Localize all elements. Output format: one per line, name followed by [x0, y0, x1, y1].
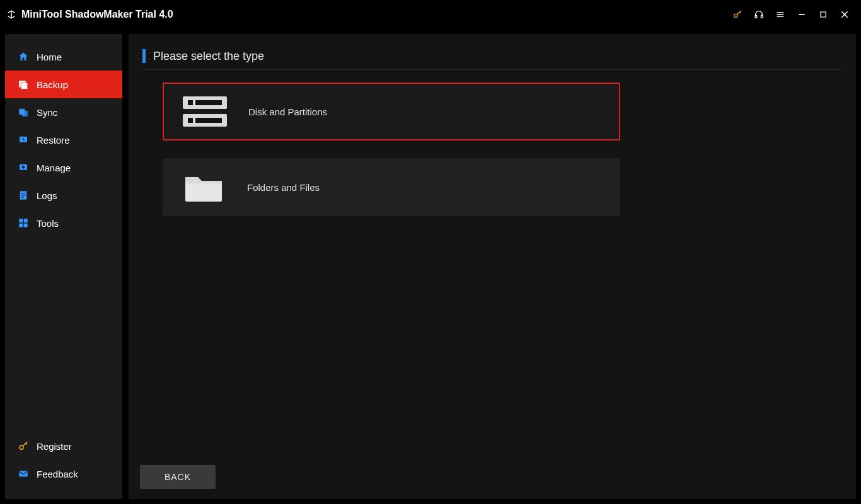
svg-rect-7 — [22, 111, 28, 117]
titlebar-right — [732, 9, 855, 20]
titlebar-left: MiniTool ShadowMaker Trial 4.0 — [6, 9, 173, 20]
sidebar-bottom: Register Feedback — [5, 432, 122, 499]
home-icon — [18, 51, 29, 62]
svg-rect-3 — [821, 12, 826, 17]
sidebar-item-logs[interactable]: Logs — [5, 181, 122, 209]
svg-rect-1 — [755, 15, 757, 18]
folder-icon — [182, 169, 226, 205]
key-icon[interactable] — [732, 9, 743, 20]
page-title: Please select the type — [153, 50, 264, 63]
sidebar-item-feedback[interactable]: Feedback — [5, 460, 122, 488]
svg-rect-5 — [21, 83, 28, 89]
svg-rect-24 — [185, 183, 222, 202]
svg-rect-23 — [195, 118, 222, 123]
backup-icon — [18, 79, 29, 90]
close-icon[interactable] — [840, 9, 850, 20]
sidebar-item-label: Backup — [37, 79, 68, 90]
page-header: Please select the type — [142, 49, 842, 70]
sidebar-item-tools[interactable]: Tools — [5, 209, 122, 237]
option-label: Folders and Files — [247, 182, 320, 193]
sidebar-item-label: Restore — [37, 135, 70, 146]
footer-actions: BACK — [140, 465, 216, 489]
mail-icon — [18, 468, 29, 479]
svg-rect-15 — [24, 224, 28, 227]
sidebar-item-manage[interactable]: Manage — [5, 154, 122, 181]
svg-point-0 — [734, 14, 737, 17]
sidebar-item-register[interactable]: Register — [5, 432, 122, 460]
minimize-icon[interactable] — [797, 9, 807, 20]
sidebar-item-label: Logs — [37, 190, 57, 201]
app-title: MiniTool ShadowMaker Trial 4.0 — [21, 9, 173, 20]
sidebar-item-label: Home — [37, 52, 62, 62]
headset-icon[interactable] — [754, 9, 764, 20]
svg-rect-22 — [188, 118, 193, 123]
register-key-icon — [18, 440, 29, 452]
option-folders-files[interactable]: Folders and Files — [163, 158, 620, 216]
svg-point-10 — [22, 166, 25, 169]
manage-icon — [18, 162, 29, 173]
restore-icon — [18, 134, 29, 146]
sidebar-item-sync[interactable]: Sync — [5, 98, 122, 126]
sidebar-item-home[interactable]: Home — [5, 43, 122, 71]
back-button[interactable]: BACK — [140, 465, 216, 489]
titlebar: MiniTool ShadowMaker Trial 4.0 — [0, 0, 861, 29]
content-area: Please select the type Disk and Partitio… — [129, 34, 856, 499]
sidebar-item-label: Feedback — [37, 469, 78, 479]
menu-icon[interactable] — [775, 9, 785, 20]
svg-rect-20 — [195, 100, 222, 105]
sidebar-item-restore[interactable]: Restore — [5, 126, 122, 154]
svg-rect-13 — [24, 219, 28, 222]
app-logo-icon — [6, 9, 16, 20]
app-body: Home Backup Sync Restore — [0, 29, 861, 504]
sync-icon — [18, 106, 29, 118]
svg-rect-2 — [761, 15, 763, 18]
header-accent-bar — [142, 49, 146, 63]
logs-icon — [18, 190, 29, 201]
sidebar: Home Backup Sync Restore — [5, 34, 122, 499]
tools-icon — [18, 217, 29, 229]
sidebar-nav: Home Backup Sync Restore — [5, 43, 122, 432]
svg-rect-12 — [19, 219, 23, 222]
svg-rect-14 — [19, 224, 23, 227]
maximize-icon[interactable] — [818, 9, 828, 20]
type-options: Disk and Partitions Folders and Files — [142, 70, 842, 216]
sidebar-item-label: Sync — [37, 107, 57, 118]
sidebar-item-backup[interactable]: Backup — [5, 71, 122, 98]
sidebar-item-label: Register — [37, 441, 72, 452]
svg-point-16 — [20, 445, 23, 449]
disk-partitions-icon — [183, 94, 227, 129]
sidebar-item-label: Manage — [37, 163, 71, 173]
svg-rect-19 — [188, 100, 193, 105]
option-label: Disk and Partitions — [248, 106, 327, 117]
svg-rect-17 — [19, 471, 28, 477]
sidebar-item-label: Tools — [37, 218, 59, 229]
option-disk-partitions[interactable]: Disk and Partitions — [163, 83, 620, 140]
